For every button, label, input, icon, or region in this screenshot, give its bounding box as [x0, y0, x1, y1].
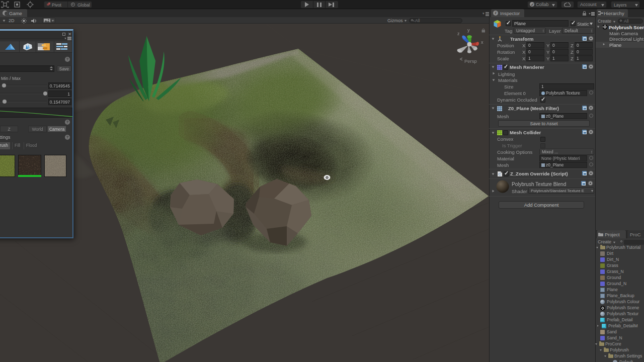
svg-text:x: x: [481, 40, 484, 45]
svg-text:Persp: Persp: [464, 58, 477, 64]
svg-text:y: y: [467, 28, 470, 33]
svg-text:C: C: [499, 172, 501, 176]
svg-text:z: z: [457, 31, 460, 36]
